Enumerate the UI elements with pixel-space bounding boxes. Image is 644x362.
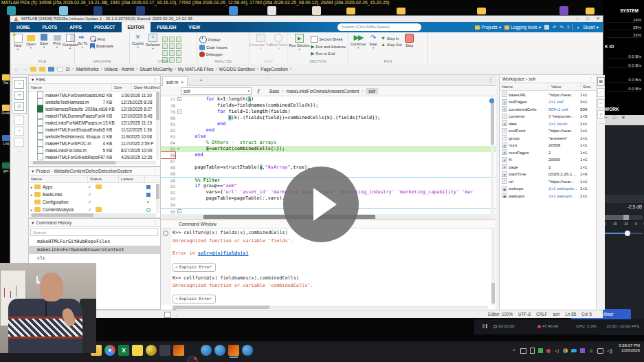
explain-error-button[interactable]: ✳Explain Error: [173, 263, 216, 272]
line-number[interactable]: 89: [161, 171, 175, 177]
breadcrumb-item[interactable]: D:: [66, 67, 71, 72]
panel-menu-icon[interactable]: ⋮: [589, 76, 594, 82]
logging-tools-menu[interactable]: Logging tools▾: [504, 25, 541, 30]
line-number[interactable]: 78: [161, 103, 175, 109]
video-play-button[interactable]: [283, 167, 359, 242]
ribbon-button-step-out[interactable]: ▲Step Out: [381, 42, 402, 47]
file-row[interactable]: testHarnessResults_2026a.xlsx16 KB12/15/…: [29, 105, 160, 112]
line-number[interactable]: 79: [161, 109, 175, 115]
breadcrumb-item[interactable]: PageCuration: [260, 67, 288, 72]
ribbon-button-generate-test[interactable]: Generate Test▾: [252, 34, 270, 50]
matlab-titlebar[interactable]: MATLAB [34508] R2025a (release Update 1 …: [10, 16, 603, 22]
ribbon-button-new[interactable]: New▾: [12, 34, 23, 51]
ribbon-button-save[interactable]: Save▾: [38, 34, 49, 51]
desktop-shortcut-icon-folder[interactable]: [397, 8, 406, 14]
fold-icon[interactable]: −: [177, 97, 181, 101]
onedrive-tray-icon[interactable]: [571, 349, 577, 352]
error-link[interactable]: solr>@(x)fields(x): [198, 251, 249, 256]
line-number[interactable]: 81: [161, 121, 175, 127]
toolstrip-tab-project[interactable]: PROJECT: [88, 22, 122, 32]
obs-volume-slider[interactable]: [602, 231, 643, 236]
project-row[interactable]: ▸ContentAnalysis✓: [29, 206, 160, 213]
notifications-bell-icon[interactable]: ◗: [577, 25, 579, 30]
taskbar-icon-app-round[interactable]: [146, 345, 157, 356]
workspace-variable-row[interactable]: #startTime[2026,2,26,1…1×6: [500, 171, 596, 178]
file-row[interactable]: makeHTMLfromEloquaEmails.m5 KB11/12/2025…: [29, 126, 160, 133]
folder-up-icon[interactable]: [30, 67, 36, 72]
line-number[interactable]: 88: [161, 164, 175, 171]
search-input[interactable]: Search (Ctrl+Shift+Space): [337, 23, 421, 31]
cmd-vscrollbar[interactable]: [491, 229, 495, 305]
file-row[interactable]: makeHTMLForDownloadsUrls.m2 KB1/30/2026 …: [29, 92, 160, 98]
file-row[interactable]: makeHTMLDummyPagesForO…4 KB12/10/2025 8:…: [29, 112, 160, 119]
toolstrip-tab-publish[interactable]: PUBLISH: [151, 22, 183, 32]
ribbon-button-find-tests[interactable]: Find Tests▾: [272, 34, 285, 50]
save-path-icon[interactable]: [48, 67, 54, 72]
desktop-shortcut-icon-file-red[interactable]: [312, 6, 321, 15]
ribbon-button-compare[interactable]: Compare▾: [65, 34, 76, 51]
editor-tab-solr[interactable]: solr.m×: [162, 76, 188, 87]
line-number[interactable]: 92: [161, 189, 175, 195]
ribbon-button-profiler[interactable]: Profiler: [199, 36, 227, 43]
browser-tray-icon[interactable]: [563, 348, 568, 353]
recording-tray-icon[interactable]: [546, 349, 551, 353]
project-panel-icon[interactable]: ◫: [14, 102, 24, 111]
breadcrumb-item[interactable]: Stuart McGarrity: [140, 67, 172, 72]
line-number[interactable]: 95: [161, 209, 175, 214]
line-number[interactable]: 82: [161, 127, 175, 134]
ribbon-button-step[interactable]: ↷Step▾: [368, 34, 379, 50]
toolstrip-tab-editor[interactable]: EDITOR: [122, 22, 151, 32]
plots-tool-icon[interactable]: ▱: [597, 88, 605, 97]
forward-icon[interactable]: →: [22, 66, 27, 72]
taskbar-icon-sticky-notes[interactable]: [132, 345, 143, 356]
sidebar-more-icon[interactable]: ⋯: [10, 149, 28, 154]
taskbar-icon-matlab-running[interactable]: [228, 345, 239, 356]
ribbon-button-copilot[interactable]: ✳Copilot▾: [132, 34, 144, 63]
project-column-headers[interactable]: Name Status Labels: [29, 175, 160, 183]
project-row[interactable]: ▸BackLinks✓: [29, 191, 160, 198]
app-tray-icon[interactable]: [538, 348, 543, 353]
expander-icon[interactable]: ▸: [29, 208, 34, 212]
collapse-icon[interactable]: ▾: [32, 77, 34, 83]
ribbon-button-refactor[interactable]: ⌗Refactor▾: [146, 34, 160, 63]
line-number[interactable]: 80: [161, 115, 175, 121]
user-menu[interactable]: Stuart▾: [583, 25, 599, 30]
history-item[interactable]: makeLinksForOwnedAnswersContent: [29, 246, 160, 254]
sidebar-more-icon[interactable]: ⋯: [597, 121, 605, 127]
projects-menu[interactable]: Projects▾: [475, 25, 501, 30]
toolstrip-tab-apps[interactable]: APPS: [63, 22, 88, 32]
file-row[interactable]: websiteTestHarness_Eloqua_qu…1 KB11/9/20…: [29, 133, 160, 140]
display-tray-icon[interactable]: [520, 348, 526, 354]
taskbar-clock[interactable]: 3:58:07 PM 2/26/2026: [619, 343, 640, 353]
ribbon-button-find[interactable]: Find: [90, 36, 113, 42]
line-number[interactable]: 77: [161, 96, 175, 103]
editor-menu-icon[interactable]: ⋮: [488, 77, 493, 83]
taskbar-icon-matlab-installer[interactable]: [201, 345, 212, 356]
save-layout-icon[interactable]: [544, 25, 549, 30]
history-item[interactable]: makeHTMLForGitHubRepoFiles: [29, 237, 160, 246]
toolstrip-tab-plots[interactable]: PLOTS: [36, 22, 64, 32]
files-column-headers[interactable]: Name Size Date Modified: [29, 84, 160, 92]
line-number[interactable]: 83: [161, 134, 175, 140]
workspace-variable-row[interactable]: #num205081×1: [500, 142, 596, 149]
desktop-shortcut-icon-file-white[interactable]: [267, 6, 276, 15]
help-icon[interactable]: ?: [567, 25, 570, 30]
editor-messages-indicator-icon[interactable]: i: [489, 98, 494, 103]
project-vscrollbar[interactable]: [156, 184, 159, 213]
status-doc-icon[interactable]: [164, 312, 171, 318]
line-number[interactable]: 93: [161, 195, 175, 202]
close-tab-icon[interactable]: ×: [181, 80, 184, 85]
desktop-shortcut-icon-folder[interactable]: [586, 8, 595, 14]
tray-expand-icon[interactable]: ^: [511, 348, 517, 354]
search-icon[interactable]: [163, 231, 168, 236]
file-row[interactable]: makeHTMLForSPOC.m4 KB11/7/2025 2:59 P: [29, 140, 160, 147]
taskbar-icon-chrome[interactable]: [104, 345, 115, 356]
panel-menu-icon[interactable]: ⋮: [153, 220, 158, 226]
history-item[interactable]: clc: [29, 254, 160, 262]
explain-error-button[interactable]: ✳Explain Error: [173, 295, 216, 304]
files-hscrollbar[interactable]: [30, 161, 156, 164]
file-row[interactable]: makeLinksForNAEMPages.m13 KB12/1/2025 11…: [29, 119, 160, 126]
breadcrumb-item[interactable]: MathWorks: [76, 67, 99, 72]
volume-tray-icon[interactable]: ◁: [554, 348, 559, 354]
app2-tray-icon[interactable]: [580, 348, 585, 353]
